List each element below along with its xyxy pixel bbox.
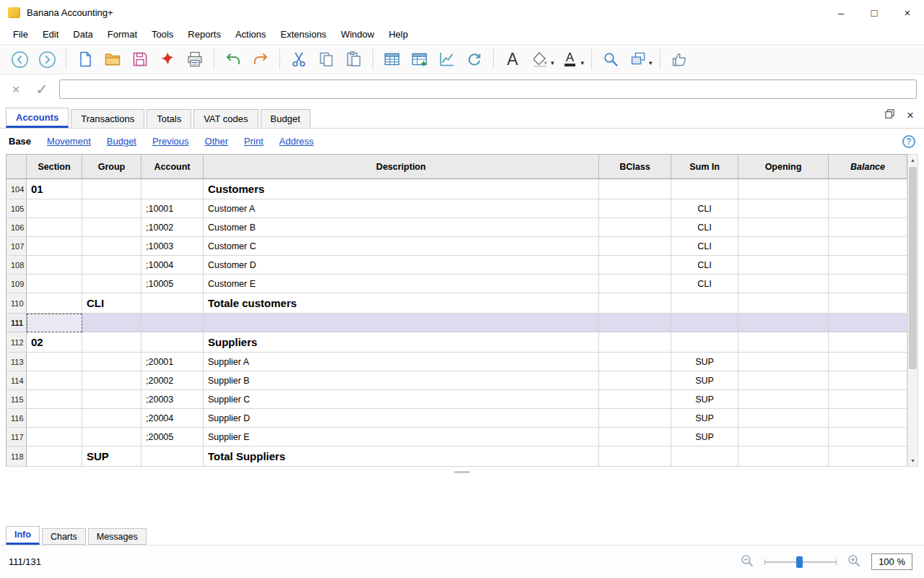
cell-opening[interactable] (738, 428, 829, 447)
cell-balance[interactable] (829, 237, 907, 256)
menu-window[interactable]: Window (334, 26, 381, 43)
table-row[interactable]: 109;10005Customer ECLI (6, 275, 907, 293)
column-header-opening[interactable]: Opening (738, 155, 829, 179)
cell-sum-in[interactable] (671, 447, 738, 467)
cell-edit-input[interactable] (59, 79, 917, 99)
cell-section[interactable] (27, 199, 82, 218)
corner-header[interactable] (6, 155, 27, 179)
tab-charts[interactable]: Charts (42, 528, 86, 545)
cell-sum-in[interactable]: CLI (671, 199, 738, 218)
cell-balance[interactable] (829, 293, 907, 314)
column-header-description[interactable]: Description (204, 155, 599, 179)
cell-description[interactable]: Totale customers (204, 293, 599, 314)
cell-bclass[interactable] (599, 218, 671, 237)
row-number[interactable]: 110 (6, 293, 27, 314)
scroll-up-icon[interactable]: ▲ (908, 155, 918, 165)
close-button[interactable]: × (891, 0, 924, 25)
table-row[interactable]: 107;10003Customer CCLI (6, 237, 907, 256)
scroll-down-icon[interactable]: ▼ (908, 455, 918, 466)
cell-sum-in[interactable]: CLI (671, 256, 738, 275)
cell-description[interactable]: Customer B (204, 218, 599, 237)
cell-description[interactable]: Suppliers (204, 332, 599, 353)
table-row[interactable]: 108;10004Customer DCLI (6, 256, 907, 275)
cell-account[interactable] (141, 314, 204, 332)
cell-group[interactable] (82, 237, 141, 256)
window-arrange-icon[interactable] (625, 47, 651, 72)
cell-group[interactable] (82, 332, 141, 353)
cell-account[interactable] (141, 332, 204, 353)
tab-transactions[interactable]: Transactions (71, 109, 144, 128)
row-number[interactable]: 117 (6, 428, 27, 447)
cell-bclass[interactable] (599, 199, 671, 218)
cell-sum-in[interactable]: SUP (671, 390, 738, 409)
cell-opening[interactable] (738, 275, 829, 293)
cell-section[interactable] (27, 237, 82, 256)
close-view-icon[interactable]: × (907, 109, 914, 121)
cell-section[interactable] (27, 409, 82, 428)
help-icon[interactable]: ? (902, 135, 915, 148)
cell-account[interactable]: ;10005 (141, 275, 204, 293)
column-header-sum-in[interactable]: Sum In (671, 155, 738, 179)
cell-opening[interactable] (738, 390, 829, 409)
open-file-icon[interactable] (100, 47, 126, 72)
forward-icon[interactable] (34, 47, 60, 72)
cell-opening[interactable] (738, 353, 829, 371)
row-number[interactable]: 104 (6, 179, 27, 199)
menu-reports[interactable]: Reports (180, 26, 228, 43)
column-header-account[interactable]: Account (141, 155, 204, 179)
cell-section[interactable] (27, 293, 82, 314)
tab-totals[interactable]: Totals (147, 109, 191, 128)
cell-bclass[interactable] (599, 293, 671, 314)
cell-section[interactable] (27, 256, 82, 275)
row-number[interactable]: 116 (6, 409, 27, 428)
cell-account[interactable] (141, 293, 204, 314)
cell-group[interactable] (82, 275, 141, 293)
background-color-icon[interactable] (527, 47, 553, 72)
dropdown-arrow-icon[interactable]: ▾ (581, 59, 585, 66)
cell-opening[interactable] (738, 237, 829, 256)
cell-section[interactable] (27, 390, 82, 409)
cell-balance[interactable] (829, 314, 907, 332)
cell-balance[interactable] (829, 199, 907, 218)
cell-opening[interactable] (738, 314, 829, 332)
cell-group[interactable] (82, 409, 141, 428)
cell-balance[interactable] (829, 256, 907, 275)
menu-format[interactable]: Format (100, 26, 144, 43)
cell-account[interactable]: ;10002 (141, 218, 204, 237)
vertical-scrollbar[interactable]: ▲ ▼ (907, 154, 918, 467)
cell-account[interactable]: ;20002 (141, 371, 204, 390)
row-number[interactable]: 106 (6, 218, 27, 237)
cell-bclass[interactable] (599, 275, 671, 293)
paste-icon[interactable] (341, 47, 367, 72)
cell-bclass[interactable] (599, 447, 671, 467)
find-icon[interactable] (598, 47, 624, 72)
cell-description[interactable]: Customer E (204, 275, 599, 293)
row-number[interactable]: 111 (6, 314, 27, 332)
cell-opening[interactable] (738, 371, 829, 390)
new-file-icon[interactable] (72, 47, 98, 72)
tab-budget[interactable]: Budget (261, 109, 310, 128)
cell-description[interactable]: Customer A (204, 199, 599, 218)
cell-group[interactable] (82, 371, 141, 390)
text-color-icon[interactable]: A (557, 47, 583, 72)
column-header-bclass[interactable]: BClass (599, 155, 671, 179)
cell-bclass[interactable] (599, 256, 671, 275)
row-number[interactable]: 108 (6, 256, 27, 275)
cell-group[interactable] (82, 390, 141, 409)
export-pdf-icon[interactable] (154, 47, 180, 72)
cell-bclass[interactable] (599, 237, 671, 256)
cell-balance[interactable] (829, 447, 907, 467)
table-row[interactable]: 106;10002Customer BCLI (6, 218, 907, 237)
font-style-icon[interactable]: A (500, 47, 526, 72)
cell-opening[interactable] (738, 293, 829, 314)
cell-bclass[interactable] (599, 390, 671, 409)
cell-balance[interactable] (829, 353, 907, 371)
cell-sum-in[interactable]: SUP (671, 428, 738, 447)
table-row[interactable]: 117;20005Supplier ESUP (6, 428, 907, 447)
cell-opening[interactable] (738, 256, 829, 275)
cell-balance[interactable] (829, 371, 907, 390)
cell-group[interactable]: CLI (82, 293, 141, 314)
recalculate-icon[interactable] (461, 47, 487, 72)
cell-description[interactable]: Customer D (204, 256, 599, 275)
table-row[interactable]: 116;20004Supplier DSUP (6, 409, 907, 428)
